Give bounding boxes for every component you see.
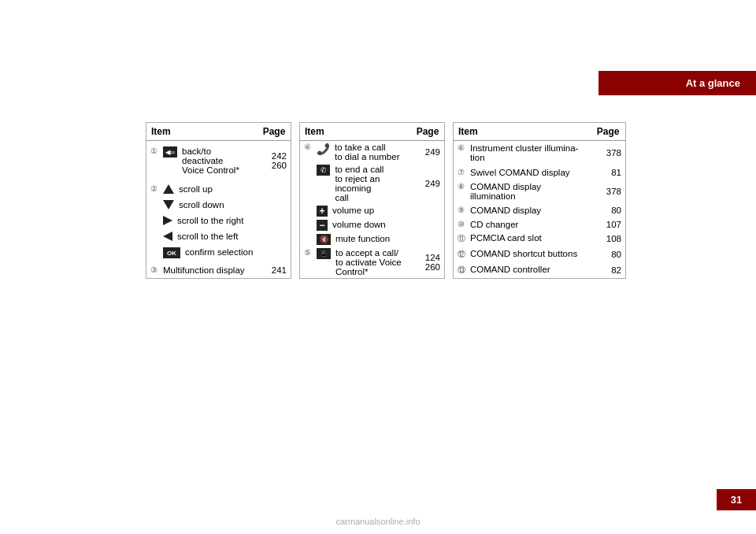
minus-icon: −: [317, 220, 328, 231]
table3-row1-page: 378: [592, 141, 626, 165]
accept-icon: 📱: [317, 248, 331, 259]
left-icon: [163, 232, 172, 241]
row-text: PCMCIA card slot: [470, 233, 542, 243]
row-text: back/to deactivateVoice Control*: [182, 146, 254, 175]
table-row: scroll to the right: [146, 213, 291, 228]
row-num: ⑥: [458, 143, 467, 152]
table3-row3-item: ⑧ COMAND display illumination: [454, 179, 592, 203]
row-num: ⑬: [458, 265, 467, 276]
table2-row4-page: [412, 218, 445, 232]
row-text: scroll to the right: [177, 216, 243, 225]
row-text: Swivel COMAND display: [470, 168, 570, 177]
table-3: Item Page ⑥ Instrument cluster illumina-…: [453, 122, 626, 279]
table-row: ⑩ CD changer 107: [454, 217, 626, 232]
table1-row7-item: ③ Multifunction display: [146, 262, 258, 279]
row-num: ⑧: [458, 182, 467, 191]
row-text: CD changer: [470, 220, 518, 229]
table2-row6-page: 124260: [412, 247, 445, 279]
row-num: ⑪: [458, 233, 467, 244]
table3-row6-item: ⑪ PCMCIA card slot: [454, 232, 592, 247]
table3-row4-item: ⑨ COMAND display: [454, 203, 592, 217]
table-row: scroll down: [146, 197, 291, 213]
mute-icon: 🔇: [317, 234, 331, 245]
row-text: Multifunction display: [163, 265, 245, 275]
row-text: Instrument cluster illumina-tion: [470, 143, 578, 162]
table2-row5-page: [412, 232, 445, 247]
end-call-icon: ✆: [317, 165, 330, 176]
table-row: 🔇 mute function: [300, 232, 445, 247]
table2-page-header: Page: [412, 123, 445, 141]
row-text: COMAND controller: [470, 265, 550, 274]
row-text: to end a callto reject an incomingcall: [335, 165, 407, 202]
row-num: ②: [150, 184, 160, 193]
row-num: ④: [304, 143, 313, 151]
row-text: confirm selection: [185, 247, 253, 257]
table-row: ④ 📞 to take a callto dial a number 249: [300, 141, 445, 164]
row-num: ⑨: [458, 206, 467, 214]
table-row: OK confirm selection: [146, 244, 291, 262]
table2-row1-page: 249: [412, 141, 445, 164]
watermark: carmanualsonline.info: [0, 517, 756, 526]
table2-row4-item: − volume down: [300, 218, 412, 232]
row-num: ⑤: [304, 248, 313, 257]
row-text: COMAND display: [470, 206, 541, 215]
table3-row2-page: 81: [592, 165, 626, 180]
table1-row7-page: 241: [258, 262, 291, 279]
row-num: ①: [150, 146, 160, 155]
table2-row6-item: ⑤ 📱 to accept a call/to activate VoiceCo…: [300, 247, 412, 279]
table-row: ⑧ COMAND display illumination 378: [454, 179, 626, 203]
table-row: scroll to the left: [146, 228, 291, 244]
table-row: − volume down: [300, 218, 445, 232]
table1-row1-page: 242260: [258, 141, 291, 181]
row-text: volume down: [332, 220, 386, 229]
table3-row5-item: ⑩ CD changer: [454, 217, 592, 232]
table-row: ⑥ Instrument cluster illumina-tion 378: [454, 141, 626, 165]
up-icon: [163, 184, 174, 194]
row-text: COMAND shortcut buttons: [470, 249, 577, 258]
table1-row4-page: [258, 213, 291, 228]
table1-row6-page: [258, 244, 291, 262]
page-number: 31: [717, 489, 756, 510]
table3-row3-page: 378: [592, 179, 626, 203]
table-row: ⑪ PCMCIA card slot 108: [454, 232, 626, 247]
table2-row2-item: ✆ to end a callto reject an incomingcall: [300, 163, 412, 204]
ok-icon: OK: [163, 247, 180, 258]
table3-row8-page: 82: [592, 262, 626, 278]
table3-row2-item: ⑦ Swivel COMAND display: [454, 165, 592, 180]
table-row: + volume up: [300, 204, 445, 218]
right-icon: [163, 216, 172, 225]
table2-row1-item: ④ 📞 to take a callto dial a number: [300, 141, 412, 164]
row-text: volume up: [332, 206, 374, 215]
table1-row2-item: ② scroll up: [146, 180, 258, 196]
table3-row1-item: ⑥ Instrument cluster illumina-tion: [454, 141, 592, 165]
row-num: ⑩: [458, 220, 467, 228]
table-row: ⑤ 📱 to accept a call/to activate VoiceCo…: [300, 247, 445, 279]
table3-item-header: Item: [454, 123, 592, 141]
row-text: to take a callto dial a number: [335, 143, 399, 161]
table3-row6-page: 108: [592, 232, 626, 247]
table3-page-header: Page: [592, 123, 626, 141]
row-text: scroll to the left: [177, 232, 238, 241]
table1-row2-page: [258, 180, 291, 196]
tables-container: Item Page ① ◀═ back/to deactivateVoice C…: [146, 122, 626, 279]
row-text: mute function: [335, 234, 390, 243]
row-text: scroll down: [179, 200, 224, 210]
table-2: Item Page ④ 📞 to take a callto dial a nu…: [299, 122, 445, 279]
table1-row3-page: [258, 197, 291, 213]
back-icon: ◀═: [163, 146, 177, 158]
table1-row5-page: [258, 228, 291, 244]
table2-row3-item: + volume up: [300, 204, 412, 218]
header-banner: At a glance: [598, 71, 756, 95]
table1-row1-item: ① ◀═ back/to deactivateVoice Control*: [146, 141, 258, 181]
table-row: ② scroll up: [146, 180, 291, 196]
table3-row5-page: 107: [592, 217, 626, 232]
plus-icon: +: [317, 206, 328, 217]
table1-item-header: Item: [146, 123, 258, 141]
table1-page-header: Page: [258, 123, 291, 141]
table3-row4-page: 80: [592, 203, 626, 217]
row-text: to accept a call/to activate VoiceContro…: [335, 248, 402, 276]
table2-row3-page: [412, 204, 445, 218]
table-row: ① ◀═ back/to deactivateVoice Control* 24…: [146, 141, 291, 181]
row-num: ⑦: [458, 168, 467, 176]
row-text: scroll up: [179, 184, 213, 194]
